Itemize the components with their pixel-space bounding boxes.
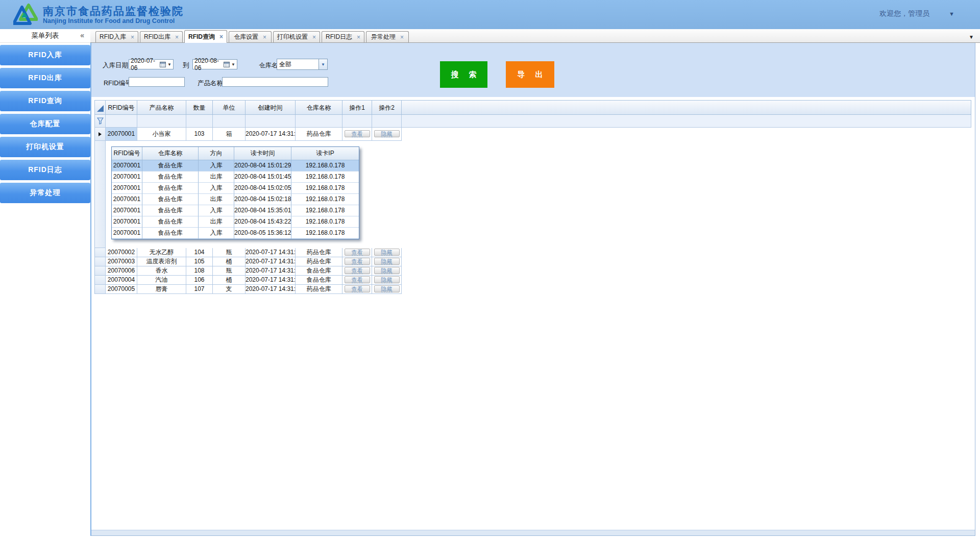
filter-funnel-icon (97, 117, 104, 125)
tab-warehouse-settings[interactable]: 仓库设置 × (229, 31, 272, 42)
tab-close-icon[interactable]: × (263, 34, 266, 41)
hide-button[interactable]: 隐藏 (374, 285, 400, 292)
tab-close-icon[interactable]: × (357, 34, 360, 41)
tab-close-icon[interactable]: × (131, 34, 134, 41)
view-button[interactable]: 查看 (345, 258, 370, 265)
filter-cell[interactable] (342, 115, 372, 128)
tab-close-icon[interactable]: × (175, 34, 179, 41)
detail-col-readtime[interactable]: 读卡时间 (234, 147, 291, 160)
user-menu[interactable]: 欢迎您，管理员 ▼ (879, 9, 954, 18)
detail-cell: 入库 (199, 228, 234, 239)
col-header-rfid[interactable]: RFID编号 (106, 100, 137, 115)
filter-cell[interactable] (296, 115, 342, 128)
table-row[interactable]: 20070003 温度表溶剂 105 桶 2020-07-17 14:31:51… (94, 257, 971, 266)
detail-row[interactable]: 20070001 食品仓库 出库 2020-08-04 15:02:18 192… (112, 194, 359, 205)
detail-col-warehouse[interactable]: 仓库名称 (142, 147, 199, 160)
filter-cell[interactable] (213, 115, 246, 128)
filter-cell[interactable] (137, 115, 186, 128)
calendar-icon[interactable] (224, 62, 230, 67)
filter-cell[interactable] (186, 115, 213, 128)
detail-row[interactable]: 20070001 食品仓库 出库 2020-08-04 15:01:45 192… (112, 171, 359, 183)
row-header-cell[interactable] (94, 248, 106, 257)
rfid-code-input[interactable] (129, 77, 185, 87)
tab-rfid-query[interactable]: RFID查询 × (184, 30, 227, 43)
row-header-cell[interactable] (94, 285, 106, 294)
tab-rfid-inbound[interactable]: RFID入库 × (95, 31, 138, 42)
hide-button[interactable]: 隐藏 (374, 258, 400, 265)
view-button[interactable]: 查看 (345, 130, 370, 137)
detail-cell: 192.168.0.178 (291, 160, 359, 171)
hide-button[interactable]: 隐藏 (374, 267, 400, 274)
detail-col-rfid[interactable]: RFID编号 (112, 147, 142, 160)
row-header-cell[interactable] (94, 266, 106, 276)
filter-row-header[interactable] (94, 115, 106, 128)
select-all-corner[interactable] (94, 100, 106, 115)
filter-cell[interactable] (106, 115, 137, 128)
hide-button[interactable]: 隐藏 (374, 276, 400, 283)
sidebar-collapse-icon[interactable]: « (80, 31, 84, 39)
filter-cell[interactable] (372, 115, 402, 128)
date-caret-icon[interactable]: ▼ (167, 62, 172, 67)
date-caret-icon[interactable]: ▼ (231, 62, 235, 67)
tab-close-icon[interactable]: × (400, 34, 404, 41)
sidebar-item-warehouse-config[interactable]: 仓库配置 (0, 114, 90, 134)
tab-close-icon[interactable]: × (219, 33, 223, 40)
col-header-qty[interactable]: 数量 (186, 100, 213, 115)
calendar-icon[interactable] (160, 62, 166, 67)
date-from-picker[interactable]: 2020-07-06 ▼ (129, 59, 174, 69)
col-header-created[interactable]: 创建时间 (246, 100, 296, 115)
detail-row[interactable]: 20070001 食品仓库 入库 2020-08-05 15:36:12 192… (112, 228, 359, 239)
rfid-query-grid: RFID编号 产品名称 数量 单位 创建时间 仓库名称 操作1 操作2 (94, 100, 971, 294)
detail-row[interactable]: 20070001 食品仓库 出库 2020-08-04 15:43:22 192… (112, 216, 359, 228)
detail-row[interactable]: 20070001 食品仓库 入库 2020-08-04 15:35:01 192… (112, 205, 359, 216)
sidebar-item-rfid-log[interactable]: RFID日志 (0, 160, 90, 180)
view-button[interactable]: 查看 (345, 267, 370, 274)
combo-caret-icon[interactable]: ▼ (318, 59, 327, 69)
sidebar-item-printer-settings[interactable]: 打印机设置 (0, 137, 90, 157)
horizontal-scrollbar-track[interactable] (91, 530, 975, 535)
hide-button[interactable]: 隐藏 (374, 130, 400, 137)
table-row[interactable]: 20070005 唇膏 107 支 2020-07-17 14:31:51 药品… (94, 285, 971, 294)
product-name-input[interactable] (222, 77, 328, 87)
user-dropdown-caret-icon[interactable]: ▼ (949, 11, 954, 17)
tab-rfid-log[interactable]: RFID日志 × (322, 31, 364, 42)
detail-cell: 20070001 (112, 183, 142, 194)
sidebar-item-rfid-query[interactable]: RFID查询 (0, 91, 90, 111)
view-button[interactable]: 查看 (345, 249, 370, 256)
col-header-product[interactable]: 产品名称 (137, 100, 186, 115)
table-row[interactable]: 20070002 无水乙醇 104 瓶 2020-07-17 14:31:51 … (94, 248, 971, 257)
col-header-op2[interactable]: 操作2 (372, 100, 402, 115)
hide-button[interactable]: 隐藏 (374, 249, 400, 256)
detail-col-direction[interactable]: 方向 (199, 147, 234, 160)
table-row[interactable]: 20070001 小当家 103 箱 2020-07-17 14:31:51 药… (94, 128, 971, 141)
tab-overflow-caret-icon[interactable]: ▼ (969, 34, 974, 40)
sidebar-item-exception-handling[interactable]: 异常处理 (0, 183, 90, 203)
cell-warehouse: 食品仓库 (296, 266, 342, 276)
row-header-cell[interactable] (94, 128, 106, 141)
export-button[interactable]: 导 出 (506, 61, 554, 88)
search-button[interactable]: 搜 索 (440, 61, 487, 88)
detail-row[interactable]: 20070001 食品仓库 入库 2020-08-04 15:02:05 192… (112, 183, 359, 194)
tab-rfid-outbound[interactable]: RFID出库 × (140, 31, 183, 42)
date-to-picker[interactable]: 2020-08-06 ▼ (192, 59, 237, 69)
tab-exception-handling[interactable]: 异常处理 × (366, 31, 409, 42)
table-row[interactable]: 20070004 汽油 106 桶 2020-07-17 14:31:51 食品… (94, 276, 971, 285)
view-button[interactable]: 查看 (345, 276, 370, 283)
filter-cell[interactable] (246, 115, 296, 128)
tab-printer-settings[interactable]: 打印机设置 × (273, 31, 320, 42)
sidebar-item-rfid-outbound[interactable]: RFID出库 (0, 68, 90, 88)
view-button[interactable]: 查看 (345, 285, 370, 292)
detail-row[interactable]: 20070001 食品仓库 入库 2020-08-04 15:01:29 192… (112, 160, 359, 171)
row-header-cell[interactable] (94, 257, 106, 266)
detail-cell: 2020-08-04 15:02:05 (234, 183, 291, 194)
detail-col-readip[interactable]: 读卡IP (291, 147, 359, 160)
row-header-cell[interactable] (94, 276, 106, 285)
warehouse-select[interactable]: 全部 ▼ (277, 59, 328, 70)
col-header-unit[interactable]: 单位 (213, 100, 246, 115)
col-header-warehouse[interactable]: 仓库名称 (296, 100, 342, 115)
table-row[interactable]: 20070006 香水 108 瓶 2020-07-17 14:31:51 食品… (94, 266, 971, 276)
tab-close-icon[interactable]: × (312, 34, 316, 41)
col-header-op1[interactable]: 操作1 (342, 100, 372, 115)
cell-op2: 隐藏 (372, 276, 402, 285)
sidebar-item-rfid-inbound[interactable]: RFID入库 (0, 45, 90, 65)
